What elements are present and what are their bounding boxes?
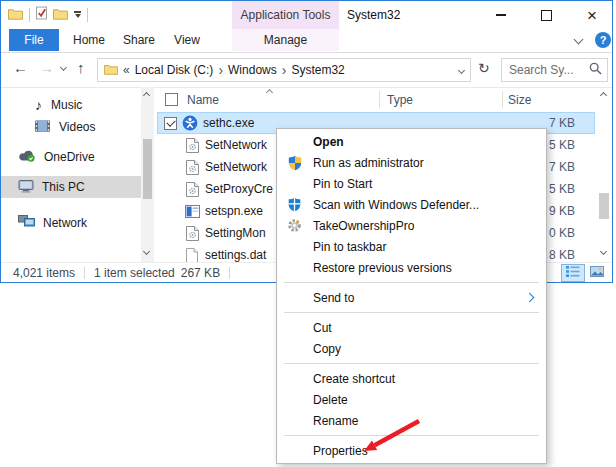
file-size: 5 KB [549, 182, 575, 196]
menu-item-label: Run as administrator [313, 156, 424, 170]
address-bar: ← → ↑ « Local Disk (C:) › Windows › Syst… [1, 53, 612, 88]
breadcrumb-overflow-icon[interactable]: « [123, 64, 130, 76]
tab-file[interactable]: File [9, 29, 59, 51]
file-name: SetProxyCre [205, 182, 273, 196]
tab-view[interactable]: View [165, 29, 209, 51]
menu-item-copy[interactable]: Copy [277, 338, 546, 359]
search-icon[interactable] [589, 62, 602, 78]
scroll-up-icon[interactable] [600, 92, 607, 99]
recent-locations-chevron-icon[interactable] [60, 64, 67, 71]
properties-check-icon[interactable] [36, 6, 47, 23]
menu-item-pin-to-start[interactable]: Pin to Start [277, 173, 546, 194]
menu-item-label: TakeOwnershipPro [313, 219, 414, 233]
document-icon [184, 247, 200, 263]
thumbnails-view-button[interactable] [585, 264, 609, 282]
console-app-icon [184, 203, 200, 219]
minimize-button[interactable] [481, 1, 521, 29]
column-header-name[interactable]: Name [187, 93, 219, 107]
sidebar-scrollbar[interactable] [141, 87, 154, 263]
maximize-icon [541, 10, 552, 21]
row-checkbox[interactable] [164, 117, 177, 130]
file-size: 8 KB [549, 248, 575, 262]
sort-ascending-icon [266, 89, 273, 96]
menu-separator [284, 435, 539, 436]
onedrive-cloud-icon [18, 150, 36, 165]
application-tools-tab[interactable]: Application Tools [232, 1, 339, 29]
scroll-down-icon[interactable] [600, 248, 607, 255]
up-arrow-icon[interactable]: ↑ [77, 60, 85, 75]
menu-item-open[interactable]: Open [277, 131, 546, 152]
column-header-type[interactable]: Type [387, 93, 413, 107]
toolbar-separator [87, 8, 88, 22]
search-input[interactable] [507, 62, 589, 78]
this-pc-monitor-icon [18, 179, 34, 196]
refresh-icon[interactable]: ↻ [478, 61, 490, 75]
scroll-down-icon[interactable] [143, 248, 150, 255]
file-name: SetNetwork [205, 138, 267, 152]
menu-item-takeownershippro[interactable]: TakeOwnershipPro [277, 215, 546, 236]
menu-item-rename[interactable]: Rename [277, 410, 546, 431]
scrollbar-thumb[interactable] [143, 139, 152, 199]
ribbon-collapse-chevron-icon[interactable] [574, 35, 584, 45]
script-file-icon [184, 159, 200, 175]
menu-separator [284, 363, 539, 364]
menu-item-create-shortcut[interactable]: Create shortcut [277, 368, 546, 389]
address-dropdown-chevron-icon[interactable] [458, 66, 465, 73]
menu-separator [284, 312, 539, 313]
menu-item-send-to[interactable]: Send to [277, 287, 546, 308]
column-header-size[interactable]: Size [508, 93, 531, 107]
status-divider [229, 267, 230, 279]
close-button[interactable]: × [572, 1, 612, 29]
menu-item-cut[interactable]: Cut [277, 317, 546, 338]
file-name: sethc.exe [203, 116, 254, 130]
folder-icon[interactable] [53, 7, 68, 23]
scroll-up-icon[interactable] [143, 92, 150, 99]
column-header-row: Name Type Size [157, 89, 595, 111]
breadcrumb[interactable]: « Local Disk (C:) › Windows › System32 [97, 58, 471, 82]
breadcrumb-item-windows[interactable]: Windows [228, 63, 277, 77]
maximize-button[interactable] [526, 1, 566, 29]
search-box[interactable] [501, 58, 608, 82]
forward-arrow-icon[interactable]: → [39, 60, 54, 75]
ribbon-tab-bar: Manage File Home Share View ? [1, 29, 612, 53]
sidebar-item-onedrive[interactable]: OneDrive [1, 146, 95, 168]
menu-item-delete[interactable]: Delete [277, 389, 546, 410]
sidebar-item-videos[interactable]: Videos [1, 116, 95, 138]
sidebar-item-music[interactable]: ♪ Music [1, 94, 82, 116]
sidebar-item-label: This PC [42, 180, 85, 194]
file-name: SetNetwork [205, 160, 267, 174]
toolbar-separator [29, 8, 30, 22]
script-file-icon [184, 225, 200, 241]
defender-shield-icon [286, 196, 303, 213]
menu-item-restore-previous-versions[interactable]: Restore previous versions [277, 257, 546, 278]
qat-customize-dropdown-icon[interactable] [74, 11, 81, 18]
script-file-icon [184, 137, 200, 153]
file-size: 7 KB [549, 116, 575, 130]
scrollbar-thumb[interactable] [599, 193, 609, 219]
thumbnails-view-icon [590, 266, 604, 280]
folder-icon[interactable] [8, 7, 23, 23]
quick-access-toolbar [8, 6, 88, 23]
select-all-checkbox[interactable] [165, 93, 178, 106]
details-view-button[interactable] [561, 264, 585, 282]
sidebar-item-network[interactable]: Network [1, 212, 87, 234]
menu-item-run-as-administrator[interactable]: Run as administrator [277, 152, 546, 173]
breadcrumb-item-system32[interactable]: System32 [291, 63, 344, 77]
menu-item-properties[interactable]: Properties [277, 440, 546, 461]
menu-item-pin-to-taskbar[interactable]: Pin to taskbar [277, 236, 546, 257]
tab-share[interactable]: Share [115, 29, 163, 51]
back-arrow-icon[interactable]: ← [13, 60, 28, 75]
context-menu: Open Run as administrator Pin to Start S… [276, 128, 547, 464]
file-list-scrollbar[interactable] [596, 87, 612, 263]
menu-item-scan-with-defender[interactable]: Scan with Windows Defender... [277, 194, 546, 215]
help-icon[interactable]: ? [595, 32, 611, 48]
music-note-icon: ♪ [35, 98, 42, 112]
sidebar-item-this-pc[interactable]: This PC [1, 176, 141, 198]
column-divider[interactable] [379, 91, 380, 108]
tab-home[interactable]: Home [65, 29, 113, 51]
crumb-separator-icon: › [282, 63, 287, 77]
selected-size: 267 KB [181, 266, 220, 280]
breadcrumb-item-drive[interactable]: Local Disk (C:) [135, 63, 214, 77]
column-divider[interactable] [502, 91, 503, 108]
tab-manage[interactable]: Manage [232, 29, 339, 51]
